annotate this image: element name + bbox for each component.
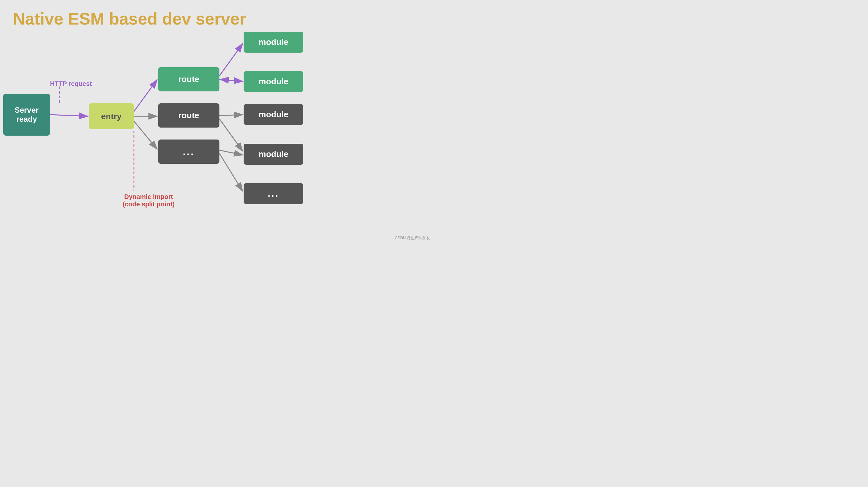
module-dark1-box: module (244, 104, 303, 125)
svg-line-14 (219, 153, 243, 191)
module-dots-box: ... (244, 183, 303, 204)
entry-box: entry (89, 103, 134, 129)
svg-line-10 (219, 80, 243, 81)
svg-line-11 (219, 115, 243, 116)
dynamic-import-label: Dynamic import (code split point) (123, 193, 175, 208)
svg-line-13 (219, 150, 243, 155)
svg-line-9 (219, 44, 243, 76)
server-ready-box: Server ready (3, 94, 50, 136)
route-dark-box: route (158, 103, 219, 127)
svg-line-7 (134, 121, 157, 149)
dots-dark-box: ... (158, 140, 219, 164)
watermark: CSDN @生产队队长 (395, 235, 430, 241)
svg-line-12 (219, 119, 243, 151)
svg-line-3 (50, 115, 88, 116)
module-green1-box: module (244, 32, 303, 53)
http-request-label: HTTP request (50, 80, 92, 87)
svg-line-5 (134, 80, 157, 111)
module-dark2-box: module (244, 144, 303, 165)
module-green2-box: module (244, 71, 303, 92)
route-green-box: route (158, 67, 219, 91)
svg-line-15 (220, 80, 243, 81)
page-title: Native ESM based dev server (13, 9, 246, 28)
